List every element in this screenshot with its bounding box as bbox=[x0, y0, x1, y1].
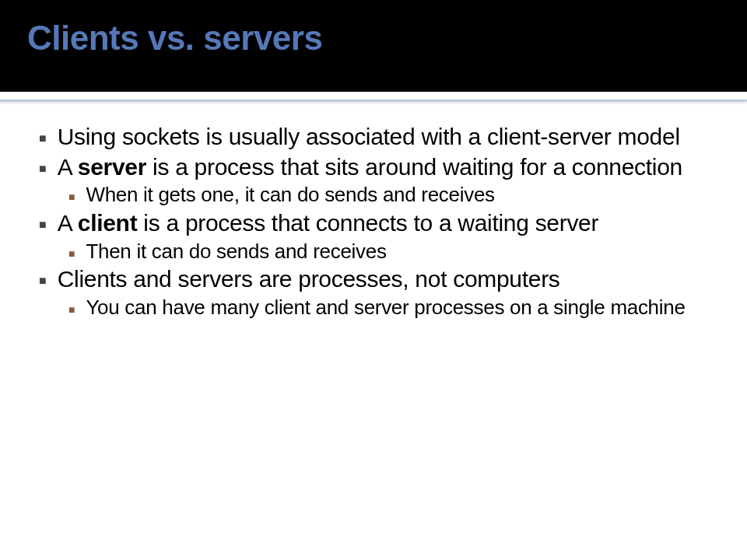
bullet-level-2: ■Then it can do sends and receives bbox=[68, 240, 708, 264]
slide-content: ■Using sockets is usually associated wit… bbox=[0, 101, 747, 338]
bold-text: server bbox=[78, 154, 146, 180]
bullet-level-1: ■A client is a process that connects to … bbox=[39, 209, 708, 238]
plain-text: A bbox=[58, 210, 78, 236]
plain-text: Clients and servers are processes, not c… bbox=[58, 266, 560, 292]
plain-text: Then it can do sends and receives bbox=[86, 240, 386, 263]
bullet-marker-icon: ■ bbox=[68, 303, 75, 316]
bullet-text: A client is a process that connects to a… bbox=[58, 209, 599, 238]
bullet-text: A server is a process that sits around w… bbox=[58, 153, 682, 182]
bullet-text: You can have many client and server proc… bbox=[86, 296, 685, 320]
plain-text: You can have many client and server proc… bbox=[86, 296, 685, 319]
bullet-marker-icon: ■ bbox=[39, 162, 47, 176]
header-divider bbox=[0, 92, 747, 101]
bold-text: client bbox=[78, 210, 138, 236]
bullet-marker-icon: ■ bbox=[39, 131, 47, 145]
plain-text: Using sockets is usually associated with… bbox=[58, 124, 680, 149]
bullet-level-2: ■When it gets one, it can do sends and r… bbox=[68, 183, 708, 208]
bullet-marker-icon: ■ bbox=[39, 218, 47, 232]
plain-text: A bbox=[58, 154, 78, 180]
bullet-text: Clients and servers are processes, not c… bbox=[58, 265, 560, 294]
bullet-marker-icon: ■ bbox=[68, 191, 75, 203]
slide-title: Clients vs. servers bbox=[27, 19, 720, 58]
bullet-level-1: ■Clients and servers are processes, not … bbox=[39, 265, 708, 294]
bullet-level-1: ■A server is a process that sits around … bbox=[39, 153, 708, 182]
bullet-marker-icon: ■ bbox=[39, 274, 47, 288]
bullet-level-2: ■You can have many client and server pro… bbox=[68, 296, 708, 320]
bullet-level-1: ■Using sockets is usually associated wit… bbox=[39, 123, 708, 152]
bullet-text: When it gets one, it can do sends and re… bbox=[86, 183, 494, 208]
plain-text: When it gets one, it can do sends and re… bbox=[86, 183, 494, 206]
bullet-text: Then it can do sends and receives bbox=[86, 240, 386, 264]
slide-header: Clients vs. servers bbox=[0, 0, 747, 92]
bullet-text: Using sockets is usually associated with… bbox=[58, 123, 680, 152]
plain-text: is a process that sits around waiting fo… bbox=[146, 154, 682, 180]
bullet-marker-icon: ■ bbox=[68, 247, 75, 260]
plain-text: is a process that connects to a waiting … bbox=[137, 210, 598, 236]
